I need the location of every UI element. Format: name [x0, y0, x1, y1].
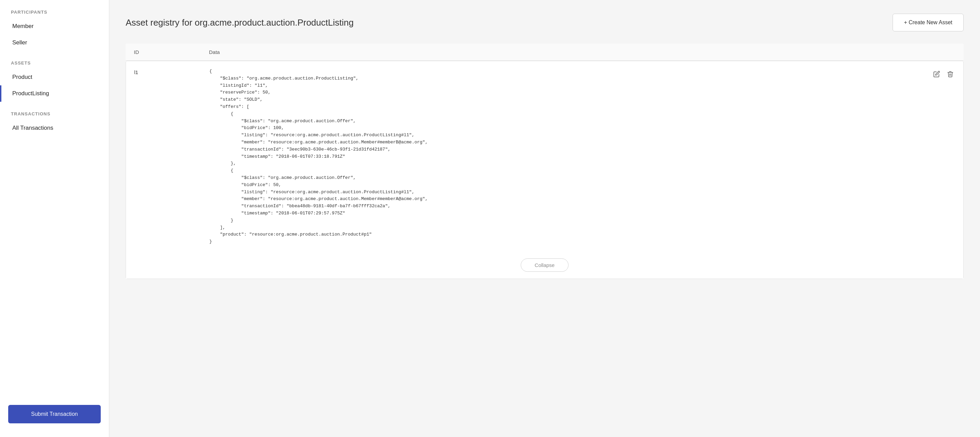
- transactions-section-label: TRANSACTIONS: [0, 102, 109, 120]
- main-content: Asset registry for org.acme.product.auct…: [109, 0, 980, 437]
- sidebar-item-product[interactable]: Product: [0, 69, 109, 85]
- submit-transaction-button[interactable]: Submit Transaction: [8, 405, 101, 423]
- participants-section-label: PARTICIPANTS: [0, 0, 109, 18]
- table-row: l1 { "$class": "org.acme.product.auction…: [126, 61, 964, 279]
- row-data: { "$class": "org.acme.product.auction.Pr…: [209, 68, 932, 245]
- col-id-header: ID: [134, 49, 209, 55]
- col-data-header: Data: [209, 49, 955, 55]
- asset-table: ID Data l1 { "$class": "org.acme.product…: [126, 44, 964, 279]
- edit-icon[interactable]: [932, 69, 942, 81]
- row-id: l1: [134, 68, 209, 75]
- page-title: Asset registry for org.acme.product.auct…: [126, 17, 354, 28]
- delete-icon[interactable]: [945, 69, 955, 81]
- sidebar-item-seller[interactable]: Seller: [0, 35, 109, 51]
- sidebar-item-all-transactions[interactable]: All Transactions: [0, 120, 109, 136]
- table-header: ID Data: [126, 44, 964, 61]
- main-header: Asset registry for org.acme.product.auct…: [126, 14, 964, 32]
- table-row-inner: l1 { "$class": "org.acme.product.auction…: [126, 61, 963, 252]
- sidebar: PARTICIPANTS Member Seller ASSETS Produc…: [0, 0, 109, 437]
- collapse-button[interactable]: Collapse: [521, 259, 568, 272]
- row-actions: [932, 68, 955, 81]
- collapse-btn-container: Collapse: [126, 252, 963, 278]
- assets-section-label: ASSETS: [0, 51, 109, 69]
- sidebar-item-productlisting[interactable]: ProductListing: [0, 85, 109, 102]
- create-asset-button[interactable]: + Create New Asset: [892, 14, 964, 32]
- sidebar-item-member[interactable]: Member: [0, 18, 109, 35]
